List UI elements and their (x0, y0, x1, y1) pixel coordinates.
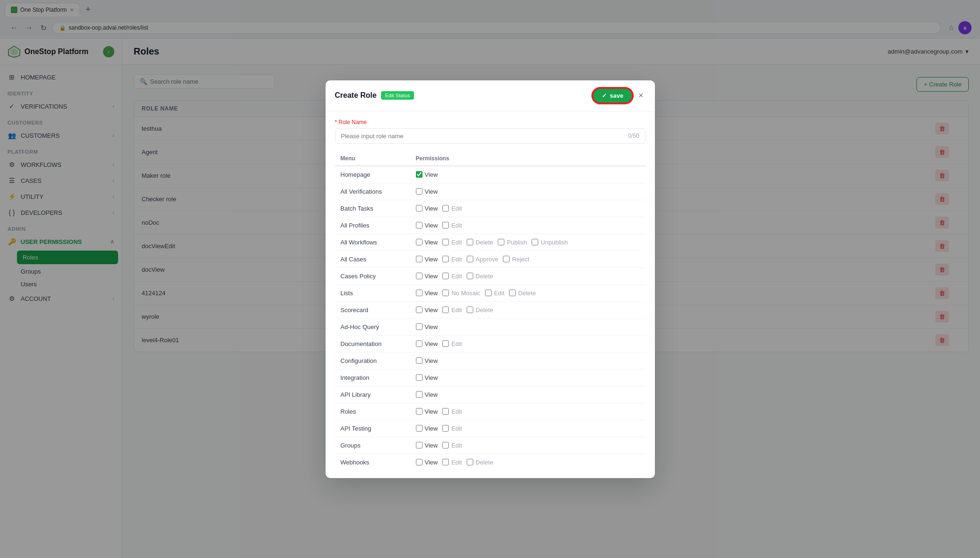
menu-name: Configuration (341, 357, 377, 364)
perm-item-publish: Publish (498, 239, 527, 246)
perm-checkbox-edit[interactable] (442, 239, 449, 245)
perm-checkbox-view[interactable] (416, 222, 422, 228)
perm-item-view: View (416, 273, 438, 280)
perm-item-view: View (416, 188, 438, 195)
perm-checkbox-edit[interactable] (442, 425, 449, 432)
perm-checkbox-publish[interactable] (498, 239, 504, 245)
permission-row: Scorecard View Edit Delete (335, 301, 645, 318)
perm-item-view: View (416, 256, 438, 263)
permissions-table: Menu Permissions Homepage View All Verif… (335, 151, 645, 471)
role-name-label: * Role Name (335, 119, 645, 126)
perm-checkbox-no mosaic[interactable] (442, 290, 449, 296)
perm-item-view: View (416, 290, 438, 297)
menu-name: Cases Policy (341, 273, 376, 280)
modal-title-group: Create Role Edit Status (335, 91, 414, 100)
perm-label-view: View (425, 357, 438, 364)
perm-checkbox-delete[interactable] (509, 290, 516, 296)
perm-checkbox-view[interactable] (416, 256, 422, 262)
perm-item-delete: Delete (467, 307, 494, 314)
perm-item-view: View (416, 323, 438, 330)
perm-checkbox-view[interactable] (416, 425, 422, 432)
permission-row: Groups View Edit (335, 437, 645, 454)
save-button[interactable]: ✓ save (592, 88, 633, 103)
close-modal-button[interactable]: × (637, 89, 645, 102)
perm-label-view: View (425, 442, 438, 449)
perm-checkbox-delete[interactable] (467, 273, 473, 279)
modal-header-actions: ✓ save × (592, 88, 645, 103)
perm-item-view: View (416, 205, 438, 212)
perm-checkbox-view[interactable] (416, 357, 422, 364)
menu-name: All Verifications (341, 188, 382, 195)
perm-item-view: View (416, 239, 438, 246)
perm-item-edit: Edit (442, 340, 462, 347)
perm-item-no mosaic: No Mosaic (442, 290, 480, 297)
perm-checkbox-edit[interactable] (442, 459, 449, 465)
perm-item-view: View (416, 222, 438, 229)
menu-name: Groups (341, 442, 361, 449)
permission-row: Lists View No Mosaic Edit (335, 284, 645, 301)
perm-checkbox-view[interactable] (416, 171, 422, 178)
perm-checkbox-view[interactable] (416, 188, 422, 195)
perm-label-edit: Edit (451, 459, 462, 466)
perm-item-view: View (416, 307, 438, 314)
perm-item-edit: Edit (442, 307, 462, 314)
perm-label-view: View (425, 323, 438, 330)
perm-checkbox-delete[interactable] (467, 459, 473, 465)
perm-checkbox-reject[interactable] (503, 256, 510, 262)
perm-checkbox-view[interactable] (416, 459, 422, 465)
permission-row: All Workflows View Edit Delete (335, 234, 645, 251)
role-name-input-wrapper: 0/50 (335, 128, 645, 144)
modal-overlay[interactable]: Create Role Edit Status ✓ save × * Role … (0, 0, 980, 558)
menu-name: All Profiles (341, 222, 369, 229)
perm-checkbox-edit[interactable] (485, 290, 492, 296)
perm-checkbox-edit[interactable] (442, 256, 449, 262)
perm-checkbox-edit[interactable] (442, 408, 449, 415)
permission-row: Batch Tasks View Edit (335, 200, 645, 217)
edit-status-badge[interactable]: Edit Status (381, 91, 414, 100)
perm-checkbox-edit[interactable] (442, 442, 449, 448)
perm-item-edit: Edit (442, 442, 462, 449)
perm-item-edit: Edit (442, 408, 462, 415)
perm-label-edit: Edit (451, 239, 462, 246)
perm-checkbox-view[interactable] (416, 442, 422, 448)
perm-checkbox-edit[interactable] (442, 307, 449, 313)
modal-title: Create Role (335, 91, 377, 100)
perm-checkbox-edit[interactable] (442, 273, 449, 279)
perm-item-delete: Delete (467, 459, 494, 466)
menu-name: All Workflows (341, 239, 377, 246)
perm-checkbox-view[interactable] (416, 290, 422, 296)
perm-item-reject: Reject (503, 256, 529, 263)
perm-checkbox-unpublish[interactable] (532, 239, 538, 245)
permission-row: Documentation View Edit (335, 335, 645, 352)
perm-item-view: View (416, 391, 438, 398)
perm-item-edit: Edit (442, 222, 462, 229)
char-count: 0/50 (628, 133, 639, 139)
perm-label-edit: Edit (451, 442, 462, 449)
perm-item-view: View (416, 459, 438, 466)
perm-item-view: View (416, 442, 438, 449)
menu-name: Webhooks (341, 459, 369, 466)
perm-checkbox-view[interactable] (416, 374, 422, 381)
perm-checkbox-delete[interactable] (467, 307, 473, 313)
perm-checkbox-view[interactable] (416, 391, 422, 398)
perm-checkbox-view[interactable] (416, 273, 422, 279)
perm-label-delete: Delete (476, 239, 494, 246)
perm-checkbox-view[interactable] (416, 239, 422, 245)
perm-checkbox-view[interactable] (416, 307, 422, 313)
menu-name: Ad-Hoc Query (341, 323, 379, 330)
menu-name: All Cases (341, 256, 367, 263)
perm-checkbox-view[interactable] (416, 340, 422, 347)
perm-checkbox-view[interactable] (416, 205, 422, 212)
perm-checkbox-delete[interactable] (467, 239, 473, 245)
perm-checkbox-approve[interactable] (467, 256, 473, 262)
perm-label-edit: Edit (451, 205, 462, 212)
permission-row: Webhooks View Edit Delete (335, 454, 645, 471)
perm-checkbox-view[interactable] (416, 323, 422, 330)
perm-checkbox-edit[interactable] (442, 205, 449, 212)
perm-checkbox-edit[interactable] (442, 222, 449, 228)
perm-item-unpublish: Unpublish (532, 239, 568, 246)
role-name-field[interactable] (341, 133, 629, 140)
perm-checkbox-view[interactable] (416, 408, 422, 415)
perm-checkbox-edit[interactable] (442, 340, 449, 347)
perm-label-view: View (425, 239, 438, 246)
